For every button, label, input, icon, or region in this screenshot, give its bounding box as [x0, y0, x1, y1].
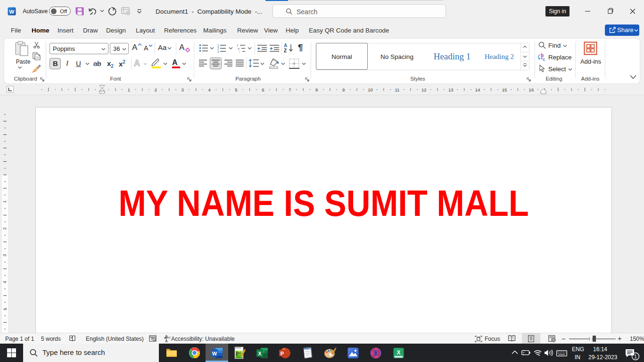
svg-text:3: 3 [217, 50, 219, 53]
svg-text:10: 10 [368, 87, 373, 92]
svg-text:15: 15 [502, 87, 507, 92]
svg-text:1: 1 [128, 87, 130, 92]
svg-text:W: W [9, 9, 15, 15]
svg-text:14: 14 [475, 87, 480, 92]
svg-text:a: a [238, 47, 240, 50]
svg-text:16: 16 [529, 87, 534, 92]
svg-text:4: 4 [208, 87, 210, 92]
svg-text:?: ? [168, 336, 171, 340]
svg-text:1: 1 [634, 354, 637, 359]
svg-text:4: 4 [2, 281, 8, 283]
svg-text:6: 6 [262, 87, 264, 92]
svg-text:3: 3 [182, 87, 184, 92]
svg-text:2: 2 [2, 227, 8, 230]
svg-text:12: 12 [421, 87, 427, 92]
svg-text:5: 5 [2, 308, 8, 310]
svg-text:13: 13 [448, 87, 454, 92]
svg-text:1: 1 [2, 200, 8, 203]
svg-text:c: c [543, 57, 545, 61]
svg-text:X: X [258, 351, 262, 356]
svg-text:1: 1 [237, 44, 239, 47]
svg-text:A: A [284, 43, 287, 48]
svg-text:2: 2 [155, 87, 157, 92]
svg-text:8: 8 [315, 87, 318, 92]
svg-text:5: 5 [235, 87, 237, 92]
svg-text:W: W [212, 351, 217, 356]
svg-text:X: X [396, 349, 400, 356]
svg-text:11: 11 [395, 87, 399, 92]
svg-text:P: P [281, 351, 284, 356]
svg-text:3: 3 [2, 254, 8, 256]
svg-text:Z: Z [284, 48, 287, 53]
svg-text:9: 9 [342, 87, 345, 92]
svg-text:i: i [239, 50, 239, 53]
svg-text:7: 7 [289, 87, 291, 92]
